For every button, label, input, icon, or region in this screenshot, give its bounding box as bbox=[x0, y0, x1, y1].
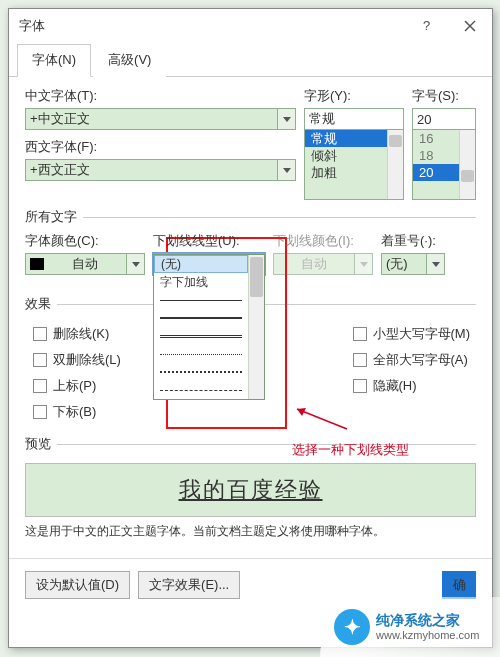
chinese-font-label: 中文字体(T): bbox=[25, 87, 296, 105]
all-text-group: 所有文字 字体颜色(C): 自动 下划线线型(U): (无) bbox=[25, 208, 476, 281]
size-option[interactable]: 18 bbox=[413, 147, 459, 164]
style-option-regular[interactable]: 常规 bbox=[305, 130, 387, 147]
svg-marker-8 bbox=[432, 262, 440, 267]
svg-marker-5 bbox=[132, 262, 140, 267]
set-default-button[interactable]: 设为默认值(D) bbox=[25, 571, 130, 599]
size-listbox[interactable]: 16 18 20 bbox=[412, 130, 476, 200]
strike-checkbox[interactable]: 删除线(K) bbox=[33, 321, 121, 347]
font-dialog: 字体 ? 字体(N) 高级(V) 中文字体(T): +中文正文 西文字体(F):… bbox=[8, 8, 493, 648]
underline-option-line[interactable] bbox=[154, 363, 248, 381]
titlebar: 字体 ? bbox=[9, 9, 492, 43]
chevron-down-icon[interactable] bbox=[426, 254, 444, 274]
size-option[interactable]: 20 bbox=[413, 164, 459, 181]
underline-color-label: 下划线颜色(I): bbox=[273, 232, 373, 250]
underline-style-label: 下划线线型(U): bbox=[153, 232, 265, 250]
watermark-logo-icon: ✦ bbox=[334, 609, 370, 645]
tab-font[interactable]: 字体(N) bbox=[17, 44, 91, 77]
allcaps-checkbox[interactable]: 全部大写字母(A) bbox=[353, 347, 471, 373]
size-option[interactable]: 16 bbox=[413, 130, 459, 147]
panel: 中文字体(T): +中文正文 西文字体(F): +西文正文 字形(Y): 常规 bbox=[9, 77, 492, 546]
western-font-label: 西文字体(F): bbox=[25, 138, 296, 156]
style-option-bold[interactable]: 加粗 bbox=[305, 164, 387, 181]
size-input[interactable]: 20 bbox=[412, 108, 476, 130]
style-listbox[interactable]: 常规 倾斜 加粗 bbox=[304, 130, 404, 200]
tab-advanced[interactable]: 高级(V) bbox=[93, 44, 166, 77]
scrollbar[interactable] bbox=[387, 130, 403, 199]
annotation-text: 选择一种下划线类型 bbox=[292, 441, 409, 459]
smallcaps-checkbox[interactable]: 小型大写字母(M) bbox=[353, 321, 471, 347]
style-option-italic[interactable]: 倾斜 bbox=[305, 147, 387, 164]
scrollbar[interactable] bbox=[248, 255, 264, 399]
chinese-font-combo[interactable]: +中文正文 bbox=[25, 108, 296, 130]
underline-option-line[interactable] bbox=[154, 381, 248, 399]
emphasis-combo[interactable]: (无) bbox=[381, 253, 445, 275]
underline-color-combo: 自动 bbox=[273, 253, 373, 275]
chevron-down-icon[interactable] bbox=[277, 109, 295, 129]
chevron-down-icon[interactable] bbox=[277, 160, 295, 180]
subscript-checkbox[interactable]: 下标(B) bbox=[33, 399, 121, 425]
style-input[interactable]: 常规 bbox=[304, 108, 404, 130]
superscript-checkbox[interactable]: 上标(P) bbox=[33, 373, 121, 399]
underline-style-dropdown[interactable]: (无) 字下加线 bbox=[153, 254, 265, 400]
effects-legend: 效果 bbox=[25, 295, 57, 313]
close-button[interactable] bbox=[448, 9, 492, 43]
font-color-combo[interactable]: 自动 bbox=[25, 253, 145, 275]
svg-line-9 bbox=[297, 409, 347, 429]
all-text-legend: 所有文字 bbox=[25, 208, 83, 226]
watermark-name: 纯净系统之家 bbox=[376, 612, 479, 629]
chevron-down-icon bbox=[354, 254, 372, 274]
chevron-down-icon[interactable] bbox=[126, 254, 144, 274]
preview-text: 我的百度经验 bbox=[179, 475, 323, 505]
underline-option-line[interactable] bbox=[154, 309, 248, 327]
emphasis-label: 着重号(·): bbox=[381, 232, 445, 250]
western-font-combo[interactable]: +西文正文 bbox=[25, 159, 296, 181]
annotation-arrow-icon bbox=[292, 404, 352, 434]
underline-option-words[interactable]: 字下加线 bbox=[154, 273, 248, 291]
watermark: ✦ 纯净系统之家 www.kzmyhome.com bbox=[320, 597, 500, 657]
preview-box: 我的百度经验 bbox=[25, 463, 476, 517]
tab-bar: 字体(N) 高级(V) bbox=[9, 43, 492, 77]
underline-option-none[interactable]: (无) bbox=[154, 255, 248, 273]
hidden-checkbox[interactable]: 隐藏(H) bbox=[353, 373, 471, 399]
preview-legend: 预览 bbox=[25, 435, 57, 453]
size-label: 字号(S): bbox=[412, 87, 476, 105]
font-color-label: 字体颜色(C): bbox=[25, 232, 145, 250]
ok-button[interactable]: 确 bbox=[442, 571, 476, 599]
svg-text:?: ? bbox=[423, 20, 430, 32]
underline-option-line[interactable] bbox=[154, 345, 248, 363]
scrollbar[interactable] bbox=[459, 130, 475, 199]
underline-option-line[interactable] bbox=[154, 291, 248, 309]
underline-option-line[interactable] bbox=[154, 327, 248, 345]
help-button[interactable]: ? bbox=[404, 9, 448, 43]
style-label: 字形(Y): bbox=[304, 87, 404, 105]
svg-marker-4 bbox=[283, 168, 291, 173]
text-effects-button[interactable]: 文字效果(E)... bbox=[138, 571, 240, 599]
svg-marker-7 bbox=[360, 262, 368, 267]
watermark-url: www.kzmyhome.com bbox=[376, 629, 479, 642]
preview-desc: 这是用于中文的正文主题字体。当前文档主题定义将使用哪种字体。 bbox=[25, 523, 476, 540]
double-strike-checkbox[interactable]: 双删除线(L) bbox=[33, 347, 121, 373]
svg-marker-3 bbox=[283, 117, 291, 122]
dialog-title: 字体 bbox=[19, 17, 404, 35]
